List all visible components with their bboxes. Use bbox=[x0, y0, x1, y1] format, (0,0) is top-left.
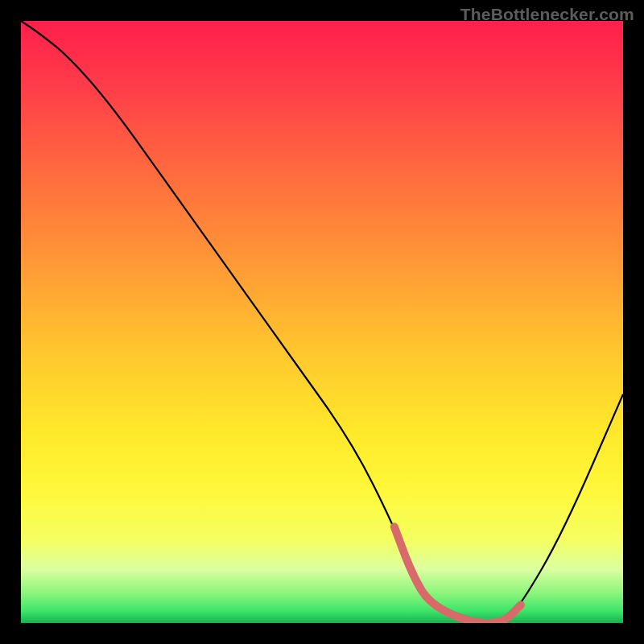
optimal-highlight bbox=[394, 526, 521, 623]
bottleneck-curve bbox=[21, 21, 623, 623]
chart-container: TheBottlenecker.com bbox=[0, 0, 644, 644]
curve-layer bbox=[21, 21, 623, 623]
plot-area bbox=[21, 21, 623, 623]
